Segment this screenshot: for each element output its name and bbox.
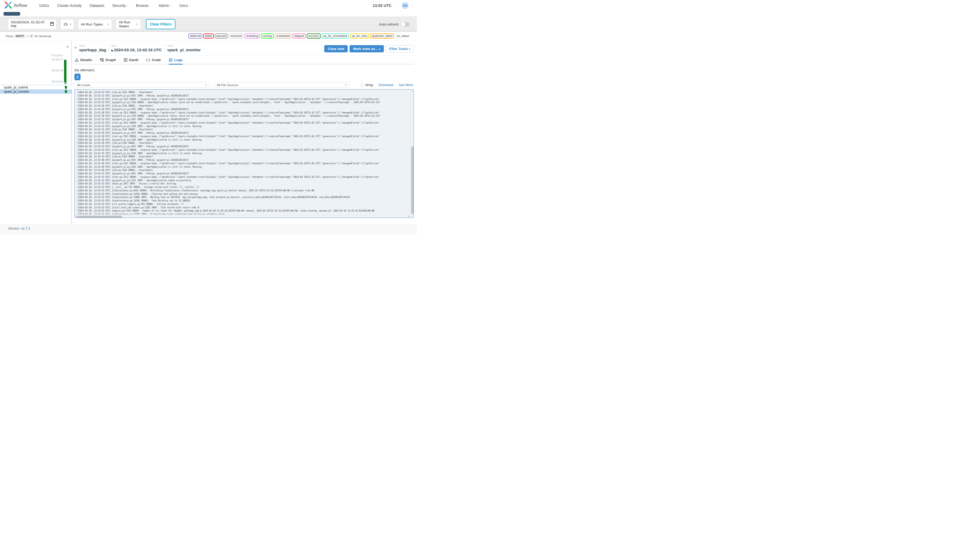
tab-logs[interactable]: Logs	[169, 58, 183, 65]
status-badge[interactable]: skipped	[293, 33, 305, 38]
log-line: [2024-03-18, 13:42:53 UTC] {taskinstance…	[77, 213, 409, 215]
run-types-select[interactable]: All Run Types∨	[78, 19, 112, 29]
log-line: [2024-03-18, 13:42:48 UTC] {pyspark_pi.p…	[77, 165, 409, 169]
attempt-1-button[interactable]: 1	[75, 73, 81, 80]
by-attempts-label: (by attempts)	[75, 68, 414, 72]
vertical-scrollbar[interactable]: ▲ ▼	[410, 89, 414, 215]
tab-graph[interactable]: Graph	[100, 58, 116, 65]
task-row-spark-pi-monitor[interactable]: spark_pi_monitor	[0, 89, 72, 94]
shift-key-badge: shift	[14, 34, 25, 38]
nav-item-cluster-activity[interactable]: Cluster Activity	[57, 3, 81, 8]
collapse-sidebar-icon[interactable]: «	[67, 44, 69, 49]
version-link[interactable]: v2.7.2	[21, 227, 30, 231]
log-line: [2024-03-18, 13:42:53 UTC] {pyspark_pi.p…	[77, 179, 409, 183]
grid-button-partial[interactable]	[3, 12, 20, 16]
vertical-scrollbar-thumb[interactable]	[411, 146, 414, 213]
graph-icon	[100, 58, 103, 62]
log-line: [2024-03-18, 13:42:38 UTC] {pyspark_pi.p…	[77, 132, 409, 135]
airflow-logo-icon	[4, 0, 13, 11]
log-line: [2024-03-18, 13:42:48 UTC] {rest.py:231}…	[77, 162, 409, 165]
tab-details[interactable]: Details	[75, 58, 92, 65]
header-divider	[75, 55, 414, 56]
chevron-down-icon: ∨	[345, 84, 347, 86]
download-link[interactable]: Download	[379, 83, 393, 87]
nav-item-security[interactable]: Security▾	[112, 3, 128, 8]
scroll-left-icon[interactable]: ◀	[75, 215, 77, 218]
status-badge[interactable]: running	[261, 33, 274, 38]
airflow-brand[interactable]: Airflow	[4, 0, 27, 11]
log-level-select[interactable]: All Levels∨	[75, 82, 210, 88]
status-badge[interactable]: failed	[203, 33, 213, 38]
chevron-down-icon: ▾	[394, 5, 396, 7]
nav-menu: DAGs Cluster Activity Datasets Security▾…	[39, 3, 190, 8]
file-source-select[interactable]: All File Sources∨	[214, 82, 349, 88]
chevron-down-icon: ∨	[107, 23, 109, 25]
nav-item-datasets[interactable]: Datasets	[89, 3, 104, 8]
clear-filters-button[interactable]: Clear Filters	[146, 19, 175, 29]
clock-display[interactable]: 13:52 UTC	[373, 3, 391, 8]
navbar: Airflow DAGs Cluster Activity Datasets S…	[0, 0, 417, 11]
status-badge[interactable]: upstream_failed	[370, 33, 394, 38]
status-badge[interactable]: removed	[229, 33, 243, 38]
duration-tick: 00:00:37	[52, 58, 63, 61]
log-output[interactable]: [2024-03-18, 13:42:23 UTC] {job.py:216} …	[77, 91, 409, 215]
chevron-down-icon: ▾	[150, 5, 151, 7]
log-line: [2024-03-18, 13:42:23 UTC] {rest.py:231}…	[77, 98, 409, 101]
toggle-knob	[401, 22, 405, 26]
airflow-page: Airflow DAGs Cluster Activity Datasets S…	[0, 0, 417, 234]
nav-item-browse[interactable]: Browse▾	[136, 3, 151, 8]
breadcrumb-run[interactable]: Run ▶2024-03-18, 13:42:16 UTC	[111, 44, 162, 52]
auto-refresh-control: Auto-refresh	[379, 22, 410, 27]
status-badge[interactable]: up_for_reschedule	[321, 33, 349, 38]
tab-gantt[interactable]: Gantt	[124, 58, 138, 65]
calendar-icon[interactable]	[50, 22, 54, 27]
breadcrumb-dag[interactable]: DAG sparkapp_dag	[79, 44, 106, 52]
breadcrumb-expand-icon[interactable]: »	[75, 45, 77, 49]
status-badge[interactable]: queued	[215, 33, 228, 38]
task-status-square[interactable]	[65, 90, 67, 93]
horizontal-scrollbar[interactable]: ◀ ▶	[75, 215, 410, 218]
scroll-down-icon[interactable]: ▼	[411, 213, 414, 215]
nav-item-dags[interactable]: DAGs	[39, 3, 49, 8]
status-badge[interactable]: up_for_retry	[350, 33, 369, 38]
log-line: [2024-03-18, 13:42:53 UTC] {taskinstance…	[77, 189, 409, 193]
main-area: « Duration 00:00:37 00:00:18 00:00:00 ▶ …	[0, 40, 417, 224]
chevron-down-icon: ∨	[205, 84, 207, 86]
dag-run-duration-bar[interactable]: ▶	[64, 60, 67, 84]
horizontal-scrollbar-thumb[interactable]	[77, 216, 122, 218]
log-panel: [2024-03-18, 13:42:23 UTC] {job.py:216} …	[75, 89, 414, 218]
breadcrumb-task[interactable]: Task spark_pi_monitor	[167, 44, 200, 52]
status-badge[interactable]: deferred	[188, 33, 202, 38]
nav-item-admin[interactable]: Admin▾	[159, 3, 172, 8]
log-line: [2024-03-18, 13:42:28 UTC] {pyspark_pi.p…	[77, 108, 409, 111]
mark-state-as-button[interactable]: Mark state as...▾	[350, 45, 383, 53]
task-status-square[interactable]	[65, 86, 67, 89]
avatar[interactable]: AA	[402, 2, 409, 9]
clear-task-button[interactable]: Clear task	[324, 45, 348, 53]
tab-code[interactable]: Code	[146, 58, 161, 65]
base-date-value: 03/18/2024, 01:52:47 PM	[11, 20, 50, 28]
scroll-right-icon[interactable]: ▶	[409, 215, 410, 218]
base-date-input[interactable]: 03/18/2024, 01:52:47 PM	[8, 19, 57, 29]
status-badge[interactable]: scheduled	[275, 33, 291, 38]
auto-refresh-toggle[interactable]	[401, 22, 410, 27]
log-line: [2024-03-18, 13:42:23 UTC] {pyspark_pi.p…	[77, 94, 409, 98]
slash-key-badge: /	[29, 34, 33, 38]
code-icon	[146, 59, 150, 62]
task-row-spark-pi-submit[interactable]: spark_pi_submit	[0, 85, 72, 89]
nav-item-docs[interactable]: Docs▾	[180, 3, 190, 8]
page-size-select[interactable]: 25∨	[60, 19, 74, 29]
status-badge[interactable]: success	[307, 33, 321, 38]
log-line: [2024-03-18, 13:42:53 UTC] {local_task_j…	[77, 206, 409, 210]
scroll-up-icon[interactable]: ▲	[411, 90, 414, 92]
status-badge[interactable]: restarting	[244, 33, 260, 38]
log-line: [2024-03-18, 13:42:48 UTC] {job.py:216} …	[77, 169, 409, 172]
see-more-link[interactable]: See More	[399, 83, 413, 87]
run-states-select[interactable]: All Run States∨	[116, 19, 141, 29]
log-line: [2024-03-18, 13:42:28 UTC] {job.py:216} …	[77, 104, 409, 108]
wrap-checkbox[interactable]	[361, 83, 364, 87]
navbar-right: 13:52 UTC ▾ AA ▾	[373, 2, 412, 9]
filter-tasks-button[interactable]: Filter Tasks▾	[386, 45, 414, 53]
log-line: [2024-03-18, 13:42:28 UTC] {pyspark_pi.p…	[77, 115, 409, 118]
status-badge[interactable]: no_status	[395, 33, 411, 38]
